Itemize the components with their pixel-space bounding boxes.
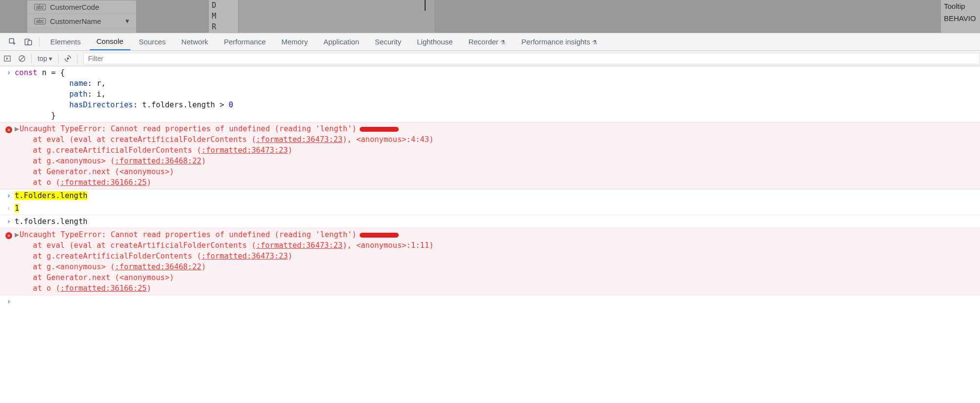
svg-line-5 xyxy=(20,57,24,60)
flask-icon: ⚗ xyxy=(500,39,506,46)
prompt-icon: › xyxy=(3,296,15,307)
prompt-icon: › xyxy=(3,216,15,227)
tab-network[interactable]: Network xyxy=(175,34,215,50)
tab-security[interactable]: Security xyxy=(368,34,408,50)
tab-perf-insights[interactable]: Performance insights⚗ xyxy=(514,34,604,50)
svg-point-6 xyxy=(67,57,69,60)
source-link[interactable]: :formatted:36468:22 xyxy=(115,157,201,165)
console-prompt-row[interactable]: › xyxy=(0,295,980,308)
source-link[interactable]: :formatted:36473:23 xyxy=(256,241,343,250)
device-toolbar-icon[interactable] xyxy=(21,35,35,49)
tab-elements[interactable]: Elements xyxy=(43,34,88,50)
error-icon: ✕ xyxy=(5,126,12,133)
toggle-sidebar-icon[interactable] xyxy=(0,51,15,66)
live-expression-icon[interactable] xyxy=(61,51,75,66)
source-link[interactable]: :formatted:36473:23 xyxy=(202,146,288,155)
tab-recorder[interactable]: Recorder⚗ xyxy=(462,34,513,50)
highlighted-expression: t.Folders.length xyxy=(15,191,87,200)
prompt-icon: › xyxy=(3,190,15,201)
console-input-row: › t.folders.length xyxy=(0,215,980,228)
chevron-down-icon: ▾ xyxy=(49,55,52,62)
console-error-row: ✕ ▶Uncaught TypeError: Cannot read prope… xyxy=(0,228,980,295)
source-link[interactable]: :formatted:36473:23 xyxy=(256,135,343,144)
red-annotation xyxy=(360,127,399,132)
tab-application[interactable]: Application xyxy=(317,34,366,50)
console-error-row: ✕ ▶Uncaught TypeError: Cannot read prope… xyxy=(0,122,980,189)
console-input-row: › const n = { name: r, path: i, hasDirec… xyxy=(0,66,980,122)
console-input-row: › t.Folders.length xyxy=(0,189,980,202)
source-link[interactable]: :formatted:36473:23 xyxy=(202,252,288,261)
return-icon: ‹ xyxy=(3,203,15,214)
expand-arrow-icon[interactable]: ▶ xyxy=(15,123,20,134)
console-output[interactable]: › const n = { name: r, path: i, hasDirec… xyxy=(0,66,980,308)
devtools-tabstrip: Elements Console Sources Network Perform… xyxy=(0,33,980,51)
background-app: abcCustomerCode abcCustomerName▾ D M R T… xyxy=(0,0,980,33)
red-annotation xyxy=(360,233,399,238)
console-toolbar: top▾ xyxy=(0,51,980,66)
execution-context-selector[interactable]: top▾ xyxy=(34,55,56,62)
error-icon: ✕ xyxy=(5,232,12,239)
tab-memory[interactable]: Memory xyxy=(275,34,315,50)
tab-performance[interactable]: Performance xyxy=(217,34,273,50)
prompt-icon: › xyxy=(3,67,15,121)
console-output-row: ‹ 1 xyxy=(0,202,980,215)
svg-rect-2 xyxy=(28,40,32,45)
expand-arrow-icon[interactable]: ▶ xyxy=(15,229,20,240)
highlighted-result: 1 xyxy=(15,204,19,213)
clear-console-icon[interactable] xyxy=(15,51,29,66)
source-link[interactable]: :formatted:36468:22 xyxy=(115,262,201,271)
inspect-element-icon[interactable] xyxy=(6,35,20,49)
source-link[interactable]: :formatted:36166:25 xyxy=(60,284,146,293)
source-link[interactable]: :formatted:36166:25 xyxy=(60,178,146,187)
filter-input[interactable] xyxy=(83,53,980,64)
tab-sources[interactable]: Sources xyxy=(132,34,173,50)
tab-lighthouse[interactable]: Lighthouse xyxy=(410,34,459,50)
tab-console[interactable]: Console xyxy=(90,33,130,50)
flask-icon: ⚗ xyxy=(592,39,597,46)
